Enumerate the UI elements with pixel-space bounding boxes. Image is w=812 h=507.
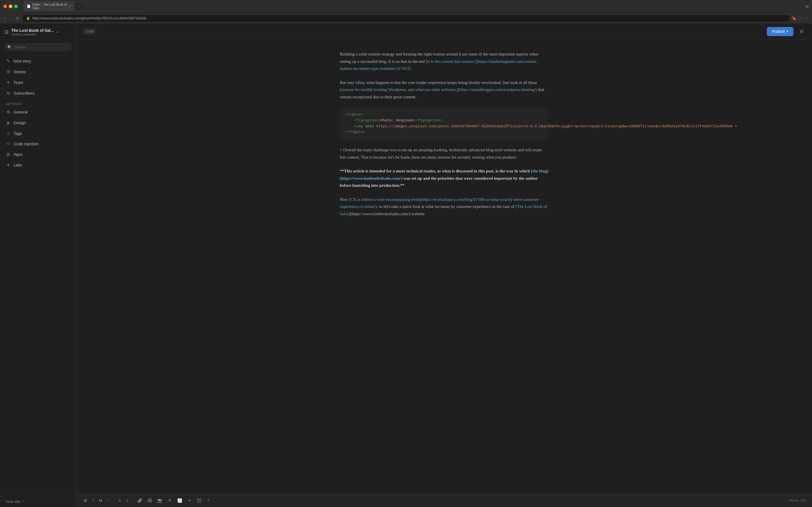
content-link-1[interactable]: [it is the content that matters.](https:… [340,59,538,71]
paragraph-cx: Now [CX is indeed a wide-encompassing te… [340,196,548,218]
content-link-3[interactable]: [the blog](https://www.lostbookofsales.c… [340,169,548,180]
site-info: The Lost Book of Sal... Santeri Liukkone… [11,28,54,36]
reload-button[interactable]: ↻ [15,15,20,22]
link-button[interactable]: 🔗 [135,497,144,504]
extensions-icon[interactable]: ⊞ [806,4,809,8]
sidebar-item-labs[interactable]: ✦ Labs [0,160,76,170]
sidebar-search[interactable]: 🔍 [4,43,71,51]
code-block-1: <figure> <figcaption>Photo: Unsplash</fi… [340,107,548,140]
sidebar: ☰ The Lost Book of Sal... Santeri Liukko… [0,24,76,507]
bookmark-star-icon[interactable]: ☆ [799,16,802,20]
addressbar: ‹ › ↻ 🔒 https://www.lostbookofsales.com/… [0,12,812,24]
sidebar-item-label: Apps [13,152,22,157]
sidebar-item-label: Subscribers [13,91,35,96]
design-icon: ◈ [6,120,11,125]
sidebar-item-label: Tags [13,131,22,136]
sidebar-item-label: Team [13,80,23,85]
content-link-2[interactable]: [reasons for terrible looking Wordpress,… [340,87,537,92]
editor-settings-button[interactable]: ⚙ [798,27,805,36]
sidebar-item-apps[interactable]: ⊞ Apps [0,149,76,160]
content-link-4[interactable]: [CX is indeed a wide-encompassing term](… [340,197,540,209]
image-button[interactable]: 🖼 [146,497,154,504]
sidebar-item-label: Design [13,121,26,125]
chevron-down-icon[interactable]: ▾ [57,31,58,34]
view-site-link[interactable]: View site ↗ [6,499,70,504]
heading-button[interactable]: H [97,497,104,504]
lock-icon: 🔒 [26,16,30,20]
ordered-list-button[interactable]: ⁒ [124,497,130,504]
main-layout: ☰ The Lost Book of Sal... Santeri Liukko… [0,24,812,507]
labs-icon: ✦ [6,163,11,168]
new-tab[interactable]: + [75,3,84,10]
external-link-icon: ↗ [22,500,24,503]
sidebar-item-new-story[interactable]: ✎ New story [0,56,76,66]
sidebar-item-code-injection[interactable]: <> Code injection [0,139,76,149]
quote-button[interactable]: " [105,497,111,504]
camera-button[interactable]: 📷 [155,497,164,504]
sidebar-item-subscribers[interactable]: ✉ Subscribers [0,88,76,99]
hamburger-icon[interactable]: ☰ [4,30,8,35]
preview-button[interactable]: 👁 [165,497,174,504]
separator-2 [133,498,133,503]
help-button[interactable]: ? [205,497,212,504]
address-text: https://www.lostbookofsales.com/ghost/#/… [32,16,147,20]
paragraph-blockquote: > Overall the main challenge was to set-… [340,147,548,161]
general-icon: ⚙ [6,110,11,115]
apps-icon: ⊞ [6,152,11,157]
sidebar-item-label: General [13,110,28,114]
code-injection-icon: <> [6,142,11,146]
content-body: Building a solid content strategy and fo… [340,51,548,217]
sidebar-item-design[interactable]: ◈ Design [0,117,76,128]
bookmark-icon[interactable]: 🔖 [792,16,797,20]
draft-label: Draft [83,28,96,35]
team-icon: ✦ [6,80,11,85]
back-button[interactable]: ‹ [3,15,7,22]
address-field[interactable]: 🔒 https://www.lostbookofsales.com/ghost/… [23,15,790,22]
paragraph-1: Building a solid content strategy and fo… [340,51,548,72]
forward-button[interactable]: › [9,15,13,22]
sidebar-item-label: Labs [13,163,22,167]
new-tab-icon: + [79,4,80,8]
paragraph-bold: **This article is intended for a more te… [340,168,548,189]
split-button[interactable]: ⬜ [175,497,185,504]
editor-toolbar: Draft Publish ▾ ⚙ [76,24,812,40]
search-input[interactable] [14,45,68,49]
unordered-list-button[interactable]: ≡ [116,497,123,504]
more-options-icon[interactable]: ⋮ [805,16,809,20]
sidebar-header: ☰ The Lost Book of Sal... Santeri Liukko… [0,24,76,40]
italic-button[interactable]: I [90,497,96,504]
sidebar-item-label: New story [13,59,31,63]
fullscreen-button[interactable] [14,4,18,8]
sidebar-item-general[interactable]: ⚙ General [0,107,76,117]
address-right-controls: 🔖 ☆ ⋮ [792,16,809,20]
new-story-icon: ✎ [6,59,11,64]
stories-icon: ☰ [6,69,11,74]
site-name: The Lost Book of Sal... [11,28,54,33]
format-bar: B I H " ≡ ⁒ 🔗 🖼 📷 👁 ⬜ ✦ ⬛ ? Words: 623 [76,494,812,507]
publish-chevron-icon: ▾ [786,30,788,33]
sidebar-item-stories[interactable]: ☰ Stories [0,66,76,77]
view-site-label: View site [6,499,20,504]
editor-content[interactable]: Building a solid content strategy and fo… [76,40,812,494]
tags-icon: ◇ [6,131,11,136]
sidebar-item-tags[interactable]: ◇ Tags [0,128,76,139]
publish-label: Publish [772,29,785,34]
minimize-button[interactable] [9,4,12,8]
tab-favicon: 📄 [27,4,31,8]
editor-area: Draft Publish ▾ ⚙ Building a solid conte… [76,24,812,507]
tab-area: 📄 Editor - The Lost Book of Sale... ✕ + [23,1,84,11]
active-tab[interactable]: 📄 Editor - The Lost Book of Sale... ✕ [23,1,74,11]
embed-button[interactable]: ⬛ [195,497,204,504]
sidebar-nav: ✎ New story ☰ Stories ✦ Team ✉ Subscribe… [0,55,76,496]
bold-button[interactable]: B [82,497,89,504]
word-count: Words: 623 [789,499,806,503]
titlebar: 📄 Editor - The Lost Book of Sale... ✕ + … [0,0,812,12]
special-button[interactable]: ✦ [186,497,193,504]
sidebar-item-team[interactable]: ✦ Team [0,77,76,88]
close-button[interactable] [3,4,7,8]
publish-button[interactable]: Publish ▾ [767,27,794,36]
tab-close-icon[interactable]: ✕ [68,5,71,8]
paragraph-2: But very often, what happens is that the… [340,79,548,101]
sidebar-item-label: Stories [13,69,26,74]
window-controls: ⊞ [806,4,809,8]
